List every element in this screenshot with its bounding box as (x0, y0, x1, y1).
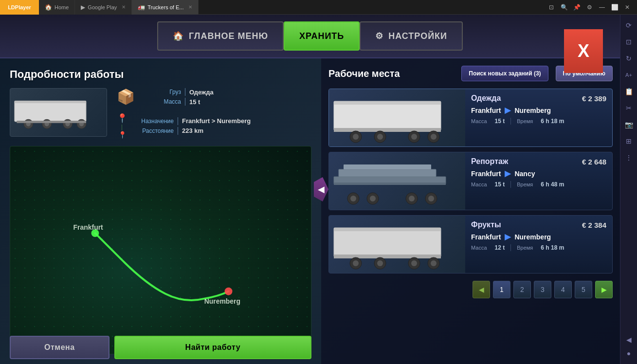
job-card-info-0: Одежда € 2 389 Frankfurt ▶ Nuremberg Мас… (465, 89, 612, 146)
sidebar-icon-refresh[interactable]: ⟳ (622, 18, 636, 32)
search-jobs-btn[interactable]: Поиск новых заданий (3) (461, 66, 548, 81)
stat-sep-0 (510, 118, 511, 125)
control-screen-btn[interactable]: ⊡ (546, 1, 557, 13)
distance-value: 223 km (182, 127, 203, 134)
job-route-0: Frankfurt ▶ Nuremberg (471, 106, 606, 115)
game-area: 🏠 ГЛАВНОЕ МЕНЮ ХРАНИТЬ ⚙ НАСТРОЙКИ X Под… (0, 15, 620, 364)
page-btn-5[interactable]: 5 (575, 281, 592, 298)
svg-point-33 (370, 196, 376, 201)
mass-stat-value-2: 12 t (495, 244, 505, 251)
destination-fields: Назначение Frankfurt > Nuremberg Расстоя… (135, 117, 251, 135)
control-pin-btn[interactable]: 📌 (571, 1, 582, 13)
tab-truckers[interactable]: 🚛 Truckers of E... ✕ (132, 0, 199, 15)
job-truck-svg-0 (329, 89, 465, 146)
save-btn[interactable]: ХРАНИТЬ (284, 21, 360, 51)
tab-google-play[interactable]: ▶ Google Play ✕ (75, 0, 132, 15)
svg-rect-38 (334, 228, 441, 257)
tab-google-play-close[interactable]: ✕ (122, 4, 126, 10)
main-menu-label: ГЛАВНОЕ МЕНЮ (189, 31, 268, 41)
sidebar-icon-dots[interactable]: ⋮ (622, 151, 636, 164)
job-price-0: € 2 389 (582, 94, 606, 103)
tab-home[interactable]: 🏠 Home (39, 0, 75, 15)
job-title-row-2: Фрукты € 2 384 (471, 220, 606, 229)
svg-point-37 (428, 196, 434, 201)
sidebar-icon-back[interactable]: ◀ (622, 333, 636, 346)
time-stat-label-0: Время (517, 118, 533, 124)
control-restore-btn[interactable]: ⬜ (609, 1, 620, 13)
control-minimize-btn[interactable]: — (596, 1, 608, 13)
truck-svg (12, 91, 105, 134)
cargo-box: 📦 Груз Одежда Масса 15 t (117, 88, 311, 106)
mass-stat-value-1: 15 t (495, 181, 505, 188)
left-truck-image (10, 88, 107, 137)
settings-btn[interactable]: ⚙ НАСТРОЙКИ (360, 21, 463, 51)
page-btn-3[interactable]: 3 (534, 281, 551, 298)
find-job-button[interactable]: Найти работу (114, 336, 311, 359)
svg-text:Nuremberg: Nuremberg (204, 297, 240, 305)
job-name-2: Фрукты (471, 220, 501, 229)
save-label: ХРАНИТЬ (299, 31, 344, 41)
route-arrow-0: ▶ (505, 106, 510, 115)
page-next-btn[interactable]: ▶ (595, 281, 613, 298)
svg-rect-0 (15, 101, 86, 122)
svg-point-19 (353, 134, 359, 140)
route-arrow-2: ▶ (505, 232, 510, 241)
job-to-1: Nancy (514, 170, 535, 178)
svg-rect-29 (334, 182, 446, 185)
mass-stat-label-0: Масса (471, 118, 487, 124)
job-card-0[interactable]: Одежда € 2 389 Frankfurt ▶ Nuremberg Мас… (328, 89, 613, 147)
time-stat-label-2: Время (517, 245, 533, 251)
cancel-button[interactable]: Отмена (10, 336, 109, 359)
sidebar-icon-camera[interactable]: 📷 (622, 118, 636, 131)
tab-truckers-close[interactable]: ✕ (188, 4, 192, 10)
sidebar-icon-cut[interactable]: ✂ (622, 101, 636, 115)
route-icon: 📍 │ 📍 (117, 113, 127, 139)
sidebar-icon-circle[interactable]: ● (622, 346, 636, 360)
control-gear-btn[interactable]: ⚙ (583, 1, 595, 13)
main-menu-btn[interactable]: 🏠 ГЛАВНОЕ МЕНЮ (157, 21, 284, 51)
ldplayer-logo: LDPlayer (0, 0, 39, 15)
destination-label: Назначение (135, 118, 174, 125)
page-btn-4[interactable]: 4 (554, 281, 572, 298)
job-price-1: € 2 648 (582, 158, 606, 166)
job-card-1[interactable]: Репортаж € 2 648 Frankfurt ▶ Nancy Масса… (328, 152, 613, 210)
map-route-svg: Frankfurt Nuremberg (10, 146, 311, 354)
job-route-2: Frankfurt ▶ Nuremberg (471, 232, 606, 241)
sidebar-icon-aplus[interactable]: A+ (622, 68, 636, 82)
job-card-2[interactable]: Фрукты € 2 384 Frankfurt ▶ Nuremberg Мас… (328, 215, 613, 273)
page-btn-2[interactable]: 2 (513, 281, 531, 298)
main-menu-icon: 🏠 (173, 31, 184, 41)
nav-close-btn[interactable]: X (564, 29, 603, 73)
cargo-divider (185, 88, 185, 96)
job-stats-0: Масса 15 t Время 6 h 18 m (471, 118, 606, 125)
svg-point-12 (225, 288, 233, 295)
mass-row: Масса 15 t (142, 98, 214, 106)
sidebar-icon-grid[interactable]: ⊞ (622, 134, 636, 148)
destination-row: Назначение Frankfurt > Nuremberg (135, 117, 251, 125)
time-stat-value-1: 6 h 48 m (541, 181, 564, 188)
sidebar-bottom-group: ◀ ● (622, 333, 636, 360)
page-btn-1[interactable]: 1 (493, 281, 510, 298)
mass-divider (185, 98, 185, 106)
settings-label: НАСТРОЙКИ (388, 31, 447, 41)
distance-row: Расстояние 223 km (135, 127, 251, 135)
svg-rect-10 (17, 121, 87, 123)
svg-point-44 (377, 260, 383, 266)
svg-rect-1 (15, 101, 86, 103)
tab-bar: 🏠 Home ▶ Google Play ✕ 🚛 Truckers of E..… (39, 0, 542, 15)
svg-point-35 (409, 196, 415, 201)
svg-point-48 (431, 260, 437, 266)
content-area: Подробности работы (0, 58, 620, 364)
sidebar-icon-display[interactable]: ⊡ (622, 35, 636, 49)
sidebar-icon-clipboard[interactable]: 📋 (622, 85, 636, 98)
job-name-1: Репортаж (471, 157, 508, 166)
control-close-btn[interactable]: ✕ (621, 1, 633, 13)
job-card-image-1 (329, 152, 465, 210)
tab-home-label: Home (55, 4, 69, 10)
control-search-btn[interactable]: 🔍 (558, 1, 570, 13)
sidebar-icon-rotate[interactable]: ↻ (622, 52, 636, 65)
page-prev-btn[interactable]: ◀ (473, 281, 490, 298)
job-stats-1: Масса 15 t Время 6 h 48 m (471, 181, 606, 188)
bottom-buttons: Отмена Найти работу (0, 331, 321, 364)
stat-sep-2 (510, 244, 511, 251)
